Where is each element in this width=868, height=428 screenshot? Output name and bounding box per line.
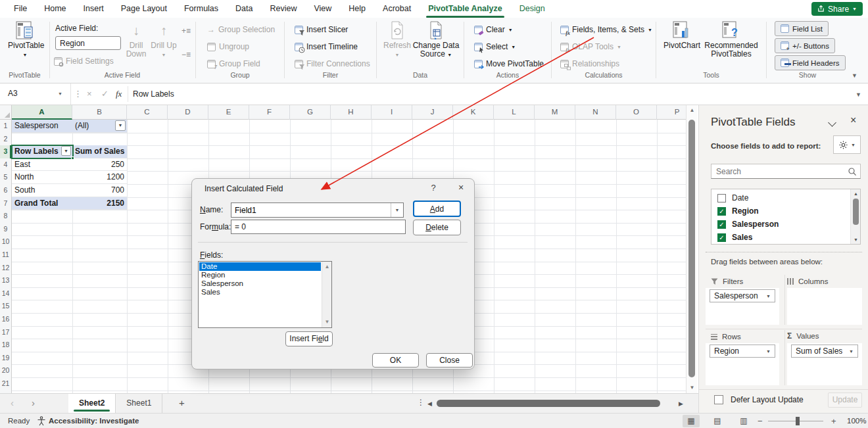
group-field-button[interactable]: 7 Group Field [207,56,260,72]
row-header-11[interactable]: 11 [0,249,11,262]
column-header-k[interactable]: K [453,105,494,120]
sheet-tab-sheet2[interactable]: Sheet2 [68,394,116,413]
fields-items-sets-button[interactable]: fx Fields, Items, & Sets ▼ [560,22,652,37]
row-header-10[interactable]: 10 [0,235,11,249]
field-headers-toggle[interactable]: Field Headers [775,55,846,70]
relationships-button[interactable]: Relationships [560,56,619,72]
chip-sum-of-sales[interactable]: Sum of Sales▼ [791,345,858,358]
update-button[interactable]: Update [828,392,862,408]
refresh-button[interactable]: Refresh▼ [383,20,412,59]
normal-view-icon[interactable]: ▦ [683,415,700,427]
checkbox-date[interactable] [717,194,726,202]
olap-tools-button[interactable]: fx OLAP Tools ▼ [560,39,621,55]
name-box[interactable]: A3 ▼ [0,83,71,105]
ungroup-button[interactable]: Ungroup [207,39,249,55]
cell-b3[interactable]: Sum of Sales [72,145,128,158]
rows-area[interactable]: Region▼ [706,343,779,385]
row-header-17[interactable]: 17 [0,326,11,339]
fields-listbox[interactable]: DateRegionSalespersonSales ▲ ▼ [198,261,332,328]
cell-b7[interactable]: 2150 [72,197,128,210]
zoom-slider-thumb[interactable] [796,417,800,425]
pane-close-icon[interactable]: × [850,114,856,126]
active-field-input[interactable] [55,36,121,50]
pane-field-salesperson[interactable]: ✓Salesperson [712,218,850,231]
drill-down-button[interactable]: ↓ Drill Down [122,20,150,59]
tab-page-layout[interactable]: Page Layout [112,0,176,18]
cell-a4[interactable]: East [12,158,73,172]
scrollbar-resize-icon[interactable]: ⋮ [417,398,425,407]
row-header-21[interactable]: 21 [0,377,11,391]
row-header-4[interactable]: 4 [0,158,11,172]
dialog-field-date[interactable]: Date [199,262,321,271]
search-input[interactable] [712,165,844,178]
dialog-field-region[interactable]: Region [199,271,321,279]
vertical-scrollbar[interactable]: ▲ ▼ [686,105,697,393]
cell-b5[interactable]: 1200 [72,171,128,184]
row-header-7[interactable]: 7 [0,197,11,210]
recommended-pivottables-button[interactable]: ? Recommended PivotTables [702,20,760,59]
tab-insert[interactable]: Insert [75,0,112,18]
field-settings-button[interactable]: Field Settings [54,53,114,69]
cancel-icon[interactable]: × [87,89,92,99]
new-sheet-button[interactable]: + [179,397,185,408]
cell-b1[interactable]: (All)▼ [72,120,128,133]
dialog-field-salesperson[interactable]: Salesperson [199,279,321,288]
next-sheet-icon[interactable]: › [32,397,35,408]
fields-listbox-scrollbar[interactable]: ▲ ▼ [322,262,331,327]
row-header-9[interactable]: 9 [0,223,11,236]
tab-file[interactable]: File [5,0,36,18]
select-all-corner[interactable] [0,105,12,120]
filter-connections-button[interactable]: Filter Connections [295,56,370,72]
chip-region[interactable]: Region▼ [710,345,775,358]
row-header-19[interactable]: 19 [0,352,11,365]
expand-field-button[interactable]: +≡ [181,23,191,39]
column-header-b[interactable]: B [72,105,127,120]
insert-slicer-button[interactable]: Insert Slicer [295,22,348,37]
insert-field-button[interactable]: Insert Field [285,331,333,346]
pane-field-sales[interactable]: ✓Sales [712,231,850,244]
scroll-down-icon[interactable]: ▼ [687,383,698,393]
scroll-right-icon[interactable]: ▶ [679,400,683,407]
zoom-in-icon[interactable]: + [831,416,836,426]
checkbox-sales[interactable]: ✓ [717,233,726,242]
vertical-scrollbar-thumb[interactable] [688,120,695,377]
clear-button[interactable]: Clear ▼ [474,22,513,37]
pivottable-button[interactable]: PivotTable ▼ [8,20,42,59]
zoom-level[interactable]: 100% [847,417,866,425]
formula-bar-content[interactable]: Row Labels [133,89,174,99]
insert-function-icon[interactable]: fx [116,89,122,99]
values-area[interactable]: Sum of Sales▼ [787,343,862,385]
row-header-15[interactable]: 15 [0,300,11,313]
tab-review[interactable]: Review [261,0,305,18]
cell-a6[interactable]: South [12,184,73,197]
cell-a7[interactable]: Grand Total [12,197,73,210]
column-header-m[interactable]: M [535,105,575,120]
cell-b4[interactable]: 250 [72,158,128,172]
sheet-tab-sheet1[interactable]: Sheet1 [116,394,162,413]
row-header-5[interactable]: 5 [0,171,11,184]
scroll-up-icon[interactable]: ▲ [322,262,332,272]
pane-field-date[interactable]: Date [712,191,850,204]
delete-button[interactable]: Delete [413,220,461,235]
tab-acrobat[interactable]: Acrobat [374,0,420,18]
expand-formula-bar-icon[interactable]: ▼ [856,91,861,98]
change-data-source-button[interactable]: Change Data Source ▼ [412,20,460,59]
row-header-18[interactable]: 18 [0,339,11,352]
zoom-out-icon[interactable]: − [758,416,763,426]
fields-checklist-scrollbar[interactable]: ▲ ▼ [850,189,860,244]
tab-view[interactable]: View [305,0,340,18]
scroll-down-icon[interactable]: ▼ [322,317,332,327]
close-button[interactable]: Close [426,353,473,368]
status-accessibility[interactable]: Accessibility: Investigate [49,417,139,425]
row-header-14[interactable]: 14 [0,287,11,300]
row-header-12[interactable]: 12 [0,262,11,275]
scroll-up-icon[interactable]: ▲ [687,105,698,116]
filter-value-dropdown-icon[interactable]: ▼ [115,120,126,131]
defer-layout-update-checkbox[interactable] [714,395,723,404]
column-header-o[interactable]: O [616,105,657,120]
move-pivottable-button[interactable]: Move PivotTable [474,56,544,72]
scroll-left-icon[interactable]: ◀ [427,400,432,407]
row-header-6[interactable]: 6 [0,184,11,197]
row-labels-filter-icon[interactable]: ▼ [61,146,71,156]
pane-chevron-down-icon[interactable] [828,118,836,127]
